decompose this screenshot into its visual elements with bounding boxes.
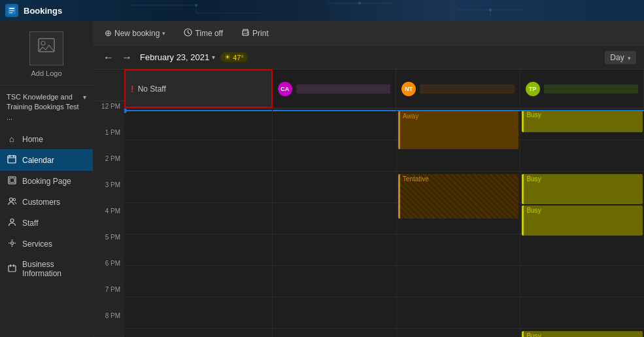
nav-date[interactable]: February 23, 2021 ▾ xyxy=(140,52,215,62)
app-bar-logo xyxy=(5,4,18,17)
grid-slot[interactable] xyxy=(520,297,644,328)
grid-slot[interactable] xyxy=(273,234,396,266)
grid-slot[interactable] xyxy=(397,297,520,328)
staff-ca-header: CA xyxy=(273,69,396,108)
grid-slot[interactable] xyxy=(397,234,520,266)
new-booking-button[interactable]: ⊕ New booking ▾ xyxy=(101,26,169,41)
grid-slot[interactable] xyxy=(273,297,396,328)
grid-slot[interactable] xyxy=(273,140,396,171)
svg-point-14 xyxy=(41,41,45,45)
time-slot-5pm: 5 PM xyxy=(93,232,124,258)
sidebar-item-business-info-label: Business Information xyxy=(22,260,86,278)
new-booking-chevron[interactable]: ▾ xyxy=(162,30,165,37)
services-icon xyxy=(7,239,17,249)
calendar-icon xyxy=(7,154,17,166)
home-icon: ⌂ xyxy=(7,134,17,144)
busy-event-2[interactable]: Busy xyxy=(522,174,643,204)
time-column: 12 PM 1 PM 2 PM 3 PM 4 PM 5 PM 6 PM 7 PM… xyxy=(93,69,124,337)
sidebar-item-business-info[interactable]: Business Information xyxy=(0,255,93,283)
sidebar-item-staff-label: Staff xyxy=(22,219,38,228)
sidebar-item-services[interactable]: Services xyxy=(0,234,93,255)
grid-col-ca[interactable] xyxy=(273,109,397,337)
svg-rect-2 xyxy=(9,10,14,11)
svg-point-23 xyxy=(10,219,14,222)
sidebar-item-calendar[interactable]: Calendar xyxy=(0,149,93,171)
print-icon xyxy=(241,28,250,39)
sidebar-item-customers[interactable]: Customers xyxy=(0,192,93,213)
grid-slot[interactable] xyxy=(520,140,644,171)
grid-slot[interactable] xyxy=(124,328,272,337)
prev-button[interactable]: ← xyxy=(101,50,116,65)
sidebar-item-home-label: Home xyxy=(22,135,43,144)
sidebar-item-staff[interactable]: Staff xyxy=(0,213,93,234)
sidebar-item-booking-page-label: Booking Page xyxy=(22,177,71,186)
next-button[interactable]: → xyxy=(119,50,135,65)
staff-icon xyxy=(7,218,17,228)
customers-icon xyxy=(7,197,17,207)
grid-slot[interactable] xyxy=(273,109,396,140)
away-event[interactable]: Away xyxy=(398,111,519,149)
time-off-button[interactable]: Time off xyxy=(180,26,227,41)
grid-slot[interactable] xyxy=(124,266,272,297)
grid-slot[interactable] xyxy=(520,234,644,266)
sidebar-item-services-label: Services xyxy=(22,239,52,249)
time-slot-12pm: 12 PM xyxy=(93,101,124,128)
day-view-button[interactable]: Day ▾ xyxy=(605,51,636,64)
grid-col-tp[interactable]: Busy Busy Busy Busy xyxy=(520,109,644,337)
current-time-line-ca xyxy=(273,110,396,111)
no-staff-indicator: ! xyxy=(131,84,134,94)
staff-tp-header: TP xyxy=(520,69,644,108)
weather-badge: ☀ 47° xyxy=(220,52,248,62)
sidebar-item-customers-label: Customers xyxy=(22,198,60,207)
sidebar-item-home[interactable]: ⌂ Home xyxy=(0,129,93,149)
svg-point-21 xyxy=(9,198,12,202)
svg-rect-32 xyxy=(243,33,248,35)
add-logo-label[interactable]: Add Logo xyxy=(31,69,61,77)
svg-point-12 xyxy=(489,9,492,11)
grid-slot[interactable] xyxy=(124,203,272,234)
day-view-label: Day xyxy=(610,53,624,62)
plus-icon: ⊕ xyxy=(105,28,112,38)
svg-point-33 xyxy=(247,31,248,33)
time-slot-7pm: 7 PM xyxy=(93,285,124,311)
grid-slot[interactable] xyxy=(273,203,396,234)
calendar-nav-bar: ← → February 23, 2021 ▾ ☀ 47° Day ▾ xyxy=(93,46,644,69)
staff-area: ! No Staff CA NT xyxy=(124,69,644,337)
grid-slot[interactable] xyxy=(124,234,272,266)
staff-tp-avatar: TP xyxy=(526,82,540,96)
staff-nt-header: NT xyxy=(396,69,520,108)
grid-slot[interactable] xyxy=(124,109,272,140)
svg-point-9 xyxy=(358,2,361,5)
sidebar-item-booking-page[interactable]: Booking Page xyxy=(0,171,93,192)
grid-slot[interactable] xyxy=(520,266,644,297)
grid-slot[interactable] xyxy=(273,266,396,297)
staff-nt-avatar: NT xyxy=(401,82,416,96)
business-name-chevron[interactable]: ▾ xyxy=(83,93,86,102)
grid-slot[interactable] xyxy=(273,328,396,337)
new-booking-label: New booking xyxy=(114,29,160,38)
grid-slot[interactable] xyxy=(397,266,520,297)
grid-slot[interactable] xyxy=(124,171,272,203)
grid-col-nt[interactable]: Away Tentative xyxy=(397,109,521,337)
grid-slot[interactable] xyxy=(273,171,396,203)
busy-event-3[interactable]: Busy xyxy=(522,205,643,236)
busy-event-4[interactable]: Busy xyxy=(522,331,643,337)
current-time-line xyxy=(124,110,272,111)
clock-icon xyxy=(184,28,192,39)
time-slot-4pm: 4 PM xyxy=(93,206,124,232)
grid-slot[interactable] xyxy=(124,140,272,171)
nav-arrows: ← → xyxy=(101,50,135,65)
print-button[interactable]: Print xyxy=(237,26,273,41)
svg-rect-1 xyxy=(9,8,14,9)
grid-slot[interactable] xyxy=(124,297,272,328)
current-time-line-nt xyxy=(397,110,520,111)
weather-temp: 47° xyxy=(233,54,244,62)
grid-slot[interactable] xyxy=(397,328,520,337)
sidebar-logo-box[interactable] xyxy=(29,31,63,65)
date-chevron-icon: ▾ xyxy=(212,54,215,61)
staff-ca-avatar: CA xyxy=(278,82,292,96)
grid-col-no-staff[interactable] xyxy=(124,109,273,337)
tentative-event[interactable]: Tentative xyxy=(398,174,519,219)
time-slot-1pm: 1 PM xyxy=(93,128,124,154)
busy-event-1[interactable]: Busy xyxy=(522,110,643,132)
